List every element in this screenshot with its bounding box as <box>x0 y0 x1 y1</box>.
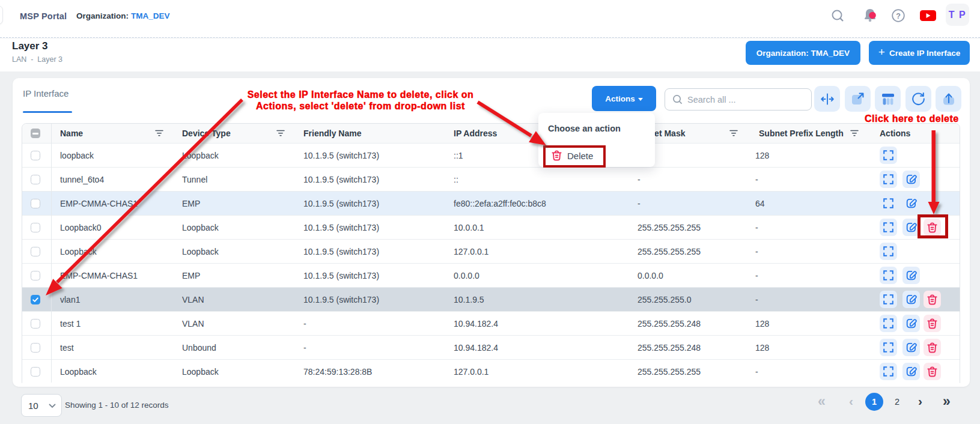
svg-text:?: ? <box>896 12 901 20</box>
